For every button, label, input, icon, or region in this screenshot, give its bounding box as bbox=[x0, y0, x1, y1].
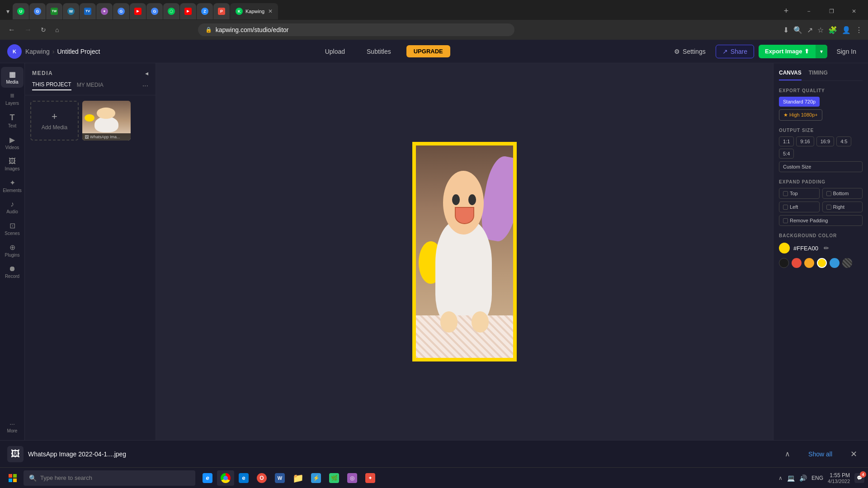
sidebar-item-audio[interactable]: ♪ Audio bbox=[1, 197, 24, 217]
tab-p[interactable]: P bbox=[213, 3, 230, 19]
taskbar-clock[interactable]: 1:55 PM 4/13/2022 bbox=[828, 472, 850, 484]
subtitles-button[interactable]: Subtitles bbox=[360, 45, 397, 58]
share-icon[interactable]: ↗ bbox=[807, 26, 813, 34]
tab-g1[interactable]: G bbox=[29, 3, 46, 19]
menu-icon[interactable]: ⋮ bbox=[855, 26, 863, 34]
taskbar-app-opera[interactable]: O bbox=[253, 470, 270, 486]
taskbar-volume-icon[interactable]: 🔊 bbox=[799, 474, 807, 482]
sidebar-item-scenes[interactable]: ⊡ Scenes bbox=[1, 218, 24, 239]
taskbar-app-2[interactable]: 🌿 bbox=[326, 470, 343, 486]
tab-z[interactable]: Z bbox=[197, 3, 213, 19]
tab-tv[interactable]: TV bbox=[80, 3, 96, 19]
tab-yt1[interactable]: ▶ bbox=[130, 3, 146, 19]
profiles-icon[interactable]: 👤 bbox=[842, 26, 851, 34]
new-tab-button[interactable]: + bbox=[780, 5, 793, 18]
swatch-red[interactable] bbox=[792, 258, 802, 268]
taskbar-app-1[interactable]: ⚡ bbox=[307, 470, 325, 486]
signin-button[interactable]: Sign In bbox=[832, 45, 861, 58]
size-1-1[interactable]: 1:1 bbox=[779, 136, 794, 146]
download-icon[interactable]: ⬇ bbox=[783, 26, 789, 34]
size-5-4[interactable]: 5:4 bbox=[779, 149, 794, 159]
taskbar-search[interactable]: 🔍 Type here to search bbox=[24, 470, 195, 486]
tab-kapwing-active[interactable]: K Kapwing ✕ bbox=[230, 3, 278, 19]
tab-timing[interactable]: TIMING bbox=[809, 70, 828, 80]
tab-wp[interactable]: W bbox=[63, 3, 79, 19]
tab-my-media[interactable]: MY MEDIA bbox=[77, 82, 104, 90]
swatch-black[interactable] bbox=[779, 258, 789, 268]
swatch-blue[interactable] bbox=[830, 258, 840, 268]
window-minimize[interactable]: − bbox=[798, 4, 819, 19]
taskbar-app-word[interactable]: W bbox=[271, 470, 288, 486]
tab-hex[interactable]: ⬡ bbox=[163, 3, 179, 19]
swatch-yellow[interactable] bbox=[817, 258, 827, 268]
sidebar-item-record[interactable]: ⏺ Record bbox=[1, 262, 24, 282]
taskbar-app-3[interactable]: ◎ bbox=[344, 470, 361, 486]
project-name[interactable]: Untitled Project bbox=[57, 48, 100, 55]
tab-star[interactable]: ✦ bbox=[96, 3, 113, 19]
tab-this-project[interactable]: THIS PROJECT bbox=[32, 81, 71, 90]
export-dropdown-button[interactable]: ▾ bbox=[816, 45, 827, 58]
taskbar-app-chrome[interactable] bbox=[217, 470, 234, 486]
reload-button[interactable]: ↻ bbox=[38, 24, 49, 35]
taskbar-app-4[interactable]: ✦ bbox=[362, 470, 379, 486]
add-media-button[interactable]: + Add Media bbox=[30, 101, 79, 141]
sidebar-item-elements[interactable]: ✦ Elements bbox=[1, 175, 24, 196]
sidebar-item-media[interactable]: ▦ Media bbox=[1, 67, 24, 88]
show-all-button[interactable]: Show all bbox=[801, 449, 840, 460]
taskbar-app-ie[interactable]: e bbox=[199, 470, 216, 486]
size-4-5[interactable]: 4:5 bbox=[836, 136, 851, 146]
upgrade-button[interactable]: UPGRADE bbox=[406, 45, 450, 57]
close-bottom-button[interactable]: ✕ bbox=[847, 447, 861, 461]
share-button[interactable]: ↗ Share bbox=[716, 45, 754, 58]
sidebar-item-plugins[interactable]: ⊕ Plugins bbox=[1, 240, 24, 261]
quality-720p[interactable]: Standard 720p bbox=[779, 97, 820, 107]
tab-g2[interactable]: G bbox=[113, 3, 129, 19]
home-button[interactable]: ⌂ bbox=[52, 24, 61, 35]
sidebar-item-layers[interactable]: ≡ Layers bbox=[1, 89, 24, 109]
export-button[interactable]: Export Image ⬆ bbox=[759, 45, 816, 58]
collapse-bottom-button[interactable]: ∧ bbox=[781, 448, 794, 460]
tab-yt2[interactable]: ▶ bbox=[180, 3, 196, 19]
padding-left[interactable]: Left bbox=[779, 202, 820, 212]
size-9-16[interactable]: 9:16 bbox=[796, 136, 814, 146]
padding-right[interactable]: Right bbox=[822, 202, 863, 212]
sidebar-item-images[interactable]: 🖼 Images bbox=[1, 154, 24, 174]
custom-size-button[interactable]: Custom Size bbox=[779, 161, 863, 172]
taskbar-app-files[interactable]: 📁 bbox=[289, 470, 307, 486]
start-button[interactable] bbox=[4, 470, 22, 486]
extensions-icon[interactable]: 🧩 bbox=[828, 26, 837, 34]
tab-tw[interactable]: TW bbox=[46, 3, 62, 19]
color-picker-icon[interactable]: ✏ bbox=[824, 244, 829, 252]
taskbar-chevron-up[interactable]: ∧ bbox=[778, 475, 783, 481]
swatch-transparent[interactable] bbox=[842, 258, 852, 268]
tab-close-active[interactable]: ✕ bbox=[268, 8, 273, 14]
size-16-9[interactable]: 16:9 bbox=[816, 136, 834, 146]
window-maximize[interactable]: ❐ bbox=[821, 4, 842, 19]
sidebar-item-videos[interactable]: ▶ Videos bbox=[1, 132, 24, 153]
brand-name[interactable]: Kapwing bbox=[25, 48, 50, 55]
url-input[interactable]: 🔒 kapwing.com/studio/editor bbox=[198, 23, 514, 36]
quality-1080p[interactable]: ★ High 1080p+ bbox=[779, 109, 822, 121]
window-close[interactable]: ✕ bbox=[844, 4, 864, 19]
padding-bottom[interactable]: Bottom bbox=[822, 188, 863, 199]
tab-canvas[interactable]: CANVAS bbox=[779, 70, 802, 80]
tab-upwork[interactable]: U bbox=[13, 3, 29, 19]
forward-button[interactable]: → bbox=[22, 24, 34, 36]
settings-button[interactable]: ⚙ Settings bbox=[669, 45, 711, 58]
upload-button[interactable]: Upload bbox=[319, 45, 351, 58]
back-button[interactable]: ← bbox=[5, 24, 18, 36]
primary-color-swatch[interactable] bbox=[779, 243, 790, 253]
sidebar-item-more[interactable]: ··· More bbox=[1, 417, 24, 436]
taskbar-network-icon[interactable]: 💻 bbox=[787, 474, 795, 482]
more-options-icon[interactable]: ··· bbox=[142, 82, 148, 90]
media-thumb-whatsapp[interactable]: 🖼 WhatsApp Ima... bbox=[82, 101, 131, 141]
bookmark-icon[interactable]: ☆ bbox=[817, 26, 824, 34]
padding-top[interactable]: Top bbox=[779, 188, 820, 199]
canvas-border[interactable] bbox=[412, 142, 517, 361]
sidebar-item-text[interactable]: T Text bbox=[1, 110, 24, 131]
swatch-orange[interactable] bbox=[804, 258, 814, 268]
remove-padding-button[interactable]: Remove Padding bbox=[779, 215, 863, 226]
taskbar-app-edge[interactable]: e bbox=[235, 470, 252, 486]
notification-badge[interactable]: 💬 4 bbox=[854, 473, 864, 483]
lens-icon[interactable]: 🔍 bbox=[793, 26, 802, 34]
